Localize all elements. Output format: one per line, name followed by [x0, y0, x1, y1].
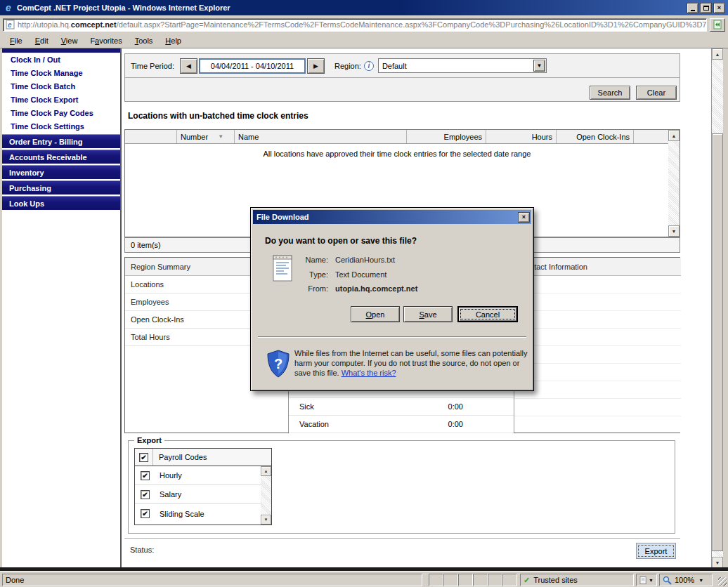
url-path: /default.aspx?StartPage=Maintenance%2FTe… [117, 20, 707, 29]
locations-table-header: Number▼ Name Employees Hours Open Clock-… [125, 130, 669, 144]
scroll-up-icon[interactable]: ▲ [668, 130, 680, 141]
sidebar-item-time-clock-pay-codes[interactable]: Time Clock Pay Codes [2, 107, 120, 120]
status-segment [488, 574, 502, 586]
sliding-scale-label: Sliding Scale [160, 510, 204, 518]
scrollbar-thumb[interactable] [712, 133, 723, 551]
payroll-codes-checkbox[interactable]: ✔ [139, 453, 148, 462]
svg-text:e: e [8, 21, 12, 29]
menu-view[interactable]: View [56, 35, 84, 46]
prev-arrow-icon: ◀ [186, 62, 191, 70]
column-employees[interactable]: Employees [407, 130, 486, 143]
go-icon [713, 20, 722, 29]
minimize-button[interactable] [687, 3, 698, 13]
minimize-icon [691, 10, 695, 11]
open-button[interactable]: Open [351, 306, 400, 322]
close-button[interactable]: × [713, 3, 725, 13]
scroll-down-icon[interactable]: ▼ [712, 557, 723, 568]
sort-caret-icon[interactable]: ▼ [218, 133, 223, 140]
sidebar-item-time-clock-batch[interactable]: Time Clock Batch [2, 80, 120, 93]
region-select[interactable]: Default ▼ [378, 58, 547, 73]
menu-file[interactable]: File [4, 35, 28, 46]
filters-separator [125, 77, 680, 78]
hourly-checkbox[interactable]: ✔ [141, 471, 150, 480]
column-blank [125, 130, 177, 143]
table-scrollbar[interactable]: ▲ ▼ [668, 130, 680, 237]
menu-bar: File Edit View Favorites Tools Help [0, 33, 728, 48]
export-section: Export ✔ Payroll Codes ✔ Hourly ✔ Salary… [128, 440, 675, 534]
column-open-clock-ins[interactable]: Open Clock-Ins [557, 130, 634, 143]
dialog-title-bar: File Download × [253, 210, 531, 224]
status-segment [429, 574, 443, 586]
status-separator [124, 538, 680, 539]
ie-logo-icon: e [3, 2, 14, 13]
region-dropdown-button[interactable]: ▼ [533, 60, 545, 72]
sidebar-section-purchasing[interactable]: Purchasing [2, 180, 120, 195]
sidebar-section-inventory[interactable]: Inventory [2, 165, 120, 180]
codes-scrollbar[interactable]: ▲ ▼ [261, 466, 271, 525]
trusted-check-icon: ✓ [524, 576, 530, 585]
dialog-divider [258, 336, 526, 338]
sidebar-item-alert-subscriptions[interactable]: Alert Subscriptions [2, 48, 120, 53]
menu-favorites[interactable]: Favorites [84, 35, 127, 46]
sliding-scale-checkbox[interactable]: ✔ [141, 509, 150, 518]
status-segment [502, 574, 517, 586]
zoom-panel[interactable]: 100% ▼ [659, 574, 713, 586]
go-button[interactable] [710, 18, 725, 32]
text-file-icon [272, 253, 294, 282]
whats-the-risk-link[interactable]: What's the risk? [342, 369, 396, 377]
payroll-codes-list: ✔ Hourly ✔ Salary ✔ Sliding Scale [135, 466, 261, 523]
cancel-button[interactable]: Cancel [457, 306, 518, 322]
save-button[interactable]: Save [403, 306, 453, 322]
time-period-value[interactable]: 04/04/2011 - 04/10/2011 [199, 58, 306, 74]
maximize-button[interactable] [700, 3, 712, 13]
focus-ring [460, 309, 515, 319]
info-icon[interactable]: i [364, 61, 374, 71]
menu-help[interactable]: Help [160, 35, 187, 46]
clear-button[interactable]: Clear [636, 86, 677, 100]
dialog-close-button[interactable]: × [518, 212, 530, 223]
security-zone-panel[interactable]: ✓ Trusted sites [520, 574, 634, 586]
menu-edit[interactable]: Edit [30, 35, 54, 46]
region-label: Region: [334, 62, 361, 70]
column-hours[interactable]: Hours [486, 130, 557, 143]
export-button[interactable]: Export [636, 543, 676, 559]
next-period-button[interactable]: ▶ [307, 58, 325, 74]
sidebar-section-look-ups[interactable]: Look Ups [2, 196, 120, 211]
dialog-warning-text: While files from the Internet can be use… [294, 348, 529, 378]
sidebar-item-time-clock-export[interactable]: Time Clock Export [2, 93, 120, 107]
sidebar-item-clock-in-out[interactable]: Clock In / Out [2, 53, 120, 67]
chevron-down-icon: ▼ [698, 578, 703, 583]
scroll-up-icon[interactable]: ▲ [261, 466, 271, 476]
column-name[interactable]: Name [235, 130, 407, 143]
maximize-icon [703, 6, 709, 11]
page-scrollbar[interactable]: ▲ ▼ [711, 48, 723, 568]
close-icon: × [522, 214, 526, 220]
sidebar-item-time-clock-manage[interactable]: Time Clock Manage [2, 67, 120, 80]
header-divider [152, 449, 153, 466]
export-legend: Export [134, 436, 164, 444]
prev-period-button[interactable]: ◀ [180, 58, 197, 74]
url-prefix: http://utopia.hq. [18, 20, 71, 29]
search-button[interactable]: Search [590, 86, 630, 100]
file-type-label: Type: [294, 270, 328, 279]
paycode-item-hourly: ✔ Hourly [135, 466, 261, 485]
scroll-down-icon[interactable]: ▼ [668, 225, 680, 237]
menu-tools[interactable]: Tools [129, 35, 159, 46]
salary-label: Salary [160, 490, 181, 499]
sidebar-section-order-entry-billing[interactable]: Order Entry - Billing [2, 134, 120, 149]
sidebar-section-accounts-receivable[interactable]: Accounts Receivable [2, 150, 120, 164]
chevron-down-icon: ▼ [649, 578, 654, 583]
column-number[interactable]: Number▼ [177, 130, 235, 143]
contact-information-panel: Contact Information [514, 258, 681, 433]
chevron-down-icon: ▼ [536, 62, 542, 69]
scroll-down-icon[interactable]: ▼ [261, 515, 271, 525]
salary-checkbox[interactable]: ✔ [141, 490, 150, 499]
scroll-up-icon[interactable]: ▲ [712, 48, 723, 60]
empty-table-message: All locations have approved their time c… [125, 150, 669, 158]
protected-mode-panel[interactable]: ▼ [636, 574, 657, 586]
paycode-row-vacation: Vacation 0:00 [289, 416, 514, 433]
resize-grip[interactable] [718, 577, 727, 586]
address-input[interactable]: e http://utopia.hq.comcept.net/default.a… [3, 18, 707, 32]
sidebar-item-time-clock-settings[interactable]: Time Clock Settings [2, 120, 120, 133]
file-download-dialog: File Download × Do you want to open or s… [250, 207, 534, 391]
